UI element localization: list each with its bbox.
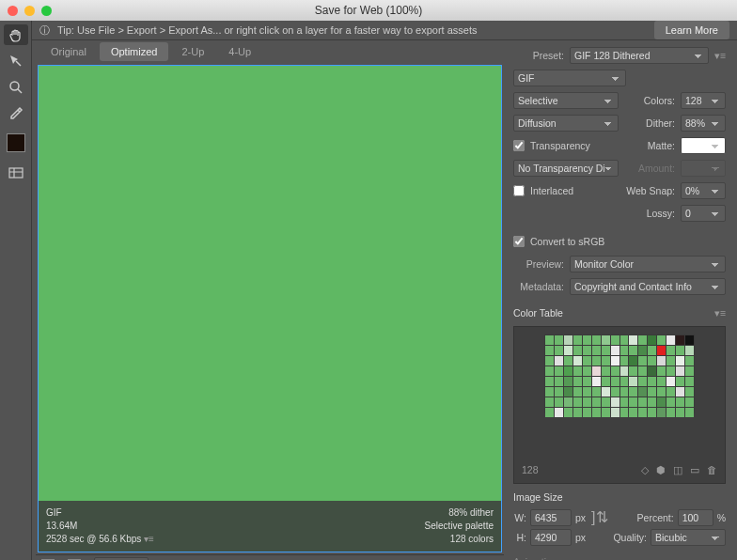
settings-panel: Preset: GIF 128 Dithered ▾≡ GIF Selectiv…	[508, 40, 733, 560]
width-input[interactable]	[530, 509, 572, 526]
metadata-select[interactable]: Copyright and Contact Info	[570, 278, 726, 295]
status-bar: 100% R: -- G: -- B: -- Alpha: -- Hex: --…	[36, 554, 504, 560]
dither-label: Dither:	[646, 117, 675, 129]
color-table-panel: 128 ◇ ⬢ ◫ ▭ 🗑	[513, 326, 726, 484]
info-icon: ⓘ	[39, 23, 50, 38]
timing-menu-icon[interactable]: ▾≡	[144, 534, 154, 544]
px-label-2: px	[575, 532, 586, 543]
lossy-select[interactable]: 0	[681, 205, 726, 222]
percent-input[interactable]	[678, 509, 713, 526]
px-label: px	[575, 512, 586, 523]
lossy-label: Lossy:	[647, 208, 675, 219]
quality-label: Quality:	[613, 532, 647, 543]
tab-optimized[interactable]: Optimized	[100, 42, 169, 61]
matte-label: Matte:	[648, 140, 675, 151]
preview-timing: 2528 sec @ 56.6 Kbps	[46, 534, 141, 544]
preview-colors: 128 colors	[425, 533, 494, 546]
percent-label: Percent:	[637, 512, 674, 523]
preset-label: Preset:	[513, 50, 564, 61]
map-transparent-icon[interactable]: ◫	[673, 464, 682, 475]
amount-label: Amount:	[638, 163, 675, 174]
quality-select[interactable]: Bicubic	[651, 529, 726, 546]
add-color-icon[interactable]: ▭	[690, 464, 699, 475]
srgb-checkbox[interactable]	[513, 236, 525, 247]
preset-select[interactable]: GIF 128 Dithered	[570, 47, 709, 64]
learn-more-button[interactable]: Learn More	[654, 21, 729, 39]
snap-to-web-icon[interactable]: ◇	[641, 464, 649, 475]
titlebar: Save for Web (100%)	[0, 0, 737, 21]
tool-column	[0, 21, 32, 560]
preview-profile-label: Preview:	[513, 258, 564, 270]
preview-palette: Selective palette	[425, 520, 494, 533]
format-select[interactable]: GIF	[513, 70, 626, 86]
interlaced-label: Interlaced	[530, 185, 573, 196]
colortable-menu-icon[interactable]: ▾≡	[714, 307, 726, 319]
color-reduction-select[interactable]: Selective	[513, 92, 619, 109]
eyedropper-tool[interactable]	[4, 103, 28, 124]
image-size-label: Image Size	[513, 491, 726, 503]
zoom-tool[interactable]	[4, 77, 28, 98]
preview-filesize: 13.64M	[46, 520, 154, 533]
eyedropper-color-swatch[interactable]	[7, 133, 25, 152]
svg-point-0	[10, 82, 19, 90]
dither-amount-select[interactable]: 88%	[681, 115, 726, 132]
preview-info-bar: GIF 13.64M 2528 sec @ 56.6 Kbps ▾≡ 88% d…	[39, 501, 501, 552]
colors-select[interactable]: 128	[681, 92, 726, 109]
view-tabs: Original Optimized 2-Up 4-Up	[36, 40, 504, 63]
websnap-label: Web Snap:	[626, 185, 675, 196]
interlaced-checkbox[interactable]	[513, 185, 525, 196]
preview-dither: 88% dither	[425, 506, 494, 520]
width-label: W:	[513, 512, 526, 523]
preview-format: GIF	[46, 506, 154, 520]
websnap-select[interactable]: 0%	[681, 182, 726, 199]
srgb-label: Convert to sRGB	[530, 236, 604, 247]
colors-label: Colors:	[644, 95, 675, 106]
lock-color-icon[interactable]: ⬢	[656, 464, 666, 475]
tip-text: Tip: Use File > Export > Export As... or…	[57, 24, 478, 36]
transparency-label: Transparency	[530, 140, 590, 151]
pct-sign: %	[717, 512, 726, 523]
animation-label: Animation	[513, 556, 726, 560]
tab-original[interactable]: Original	[39, 42, 98, 61]
color-table-grid[interactable]	[544, 334, 695, 413]
metadata-label: Metadata:	[513, 281, 564, 292]
colortable-label: Color Table	[513, 307, 563, 319]
transparency-dither-select[interactable]: No Transparency Dit...	[513, 160, 619, 177]
colortable-count: 128	[522, 464, 539, 475]
transparency-checkbox[interactable]	[513, 140, 525, 151]
transparency-amount-select	[681, 160, 726, 177]
preview-profile-select[interactable]: Monitor Color	[570, 256, 726, 272]
slice-visibility-toggle[interactable]	[4, 163, 28, 184]
tip-bar: ⓘ Tip: Use File > Export > Export As... …	[32, 21, 737, 40]
window-title: Save for Web (100%)	[0, 4, 737, 17]
dither-method-select[interactable]: Diffusion	[513, 115, 619, 132]
tab-2up[interactable]: 2-Up	[170, 42, 215, 61]
image-preview[interactable]: GIF 13.64M 2528 sec @ 56.6 Kbps ▾≡ 88% d…	[38, 65, 502, 552]
svg-rect-1	[9, 168, 23, 178]
matte-select[interactable]	[681, 137, 726, 154]
zoom-select[interactable]: 100%	[94, 557, 149, 561]
height-input[interactable]	[530, 529, 572, 546]
delete-color-icon[interactable]: 🗑	[707, 464, 717, 475]
tab-4up[interactable]: 4-Up	[217, 42, 262, 61]
link-dimensions-icon[interactable]: ]⇅	[589, 512, 609, 522]
preset-menu-icon[interactable]: ▾≡	[714, 50, 726, 61]
height-label: H:	[513, 532, 526, 543]
hand-tool[interactable]	[4, 24, 28, 45]
slice-select-tool[interactable]	[4, 51, 28, 71]
